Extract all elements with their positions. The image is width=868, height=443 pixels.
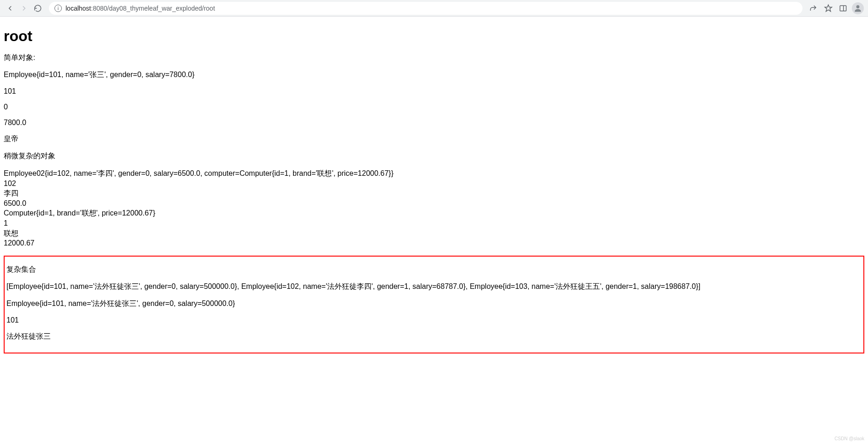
site-info-icon[interactable]: i xyxy=(54,5,62,12)
side-panel-icon[interactable] xyxy=(837,2,850,15)
collection-emp1-name: 法外狂徒张三 xyxy=(6,332,862,341)
toolbar-right xyxy=(807,2,864,15)
collection-highlight-box: 复杂集合 [Employee{id=101, name='法外狂徒张三', ge… xyxy=(4,256,864,353)
profile-avatar[interactable] xyxy=(851,2,864,15)
share-icon[interactable] xyxy=(807,2,820,15)
simple-object-label: 简单对象: xyxy=(4,53,864,63)
svg-rect-0 xyxy=(840,6,846,11)
address-bar[interactable]: i localhost:8080/day08_thymeleaf_war_exp… xyxy=(49,2,802,15)
url-text: localhost:8080/day08_thymeleaf_war_explo… xyxy=(66,5,215,12)
employee2-id: 102 xyxy=(4,179,864,189)
browser-toolbar: i localhost:8080/day08_thymeleaf_war_exp… xyxy=(0,0,868,17)
bookmark-icon[interactable] xyxy=(822,2,835,15)
page-title: root xyxy=(4,28,864,45)
url-path: :8080/day08_thymeleaf_war_exploded/root xyxy=(91,5,215,12)
svg-point-2 xyxy=(856,5,860,8)
emperor-text: 皇帝 xyxy=(4,134,864,144)
employee2-string: Employee02{id=102, name='李四', gender=0, … xyxy=(4,168,864,179)
collection-emp1-id: 101 xyxy=(6,316,862,324)
computer-price: 12000.67 xyxy=(4,238,864,248)
reload-button[interactable] xyxy=(31,2,44,15)
employee2-salary: 6500.0 xyxy=(4,198,864,209)
employee1-salary: 7800.0 xyxy=(4,119,864,127)
forward-button[interactable] xyxy=(18,2,30,15)
complex-object-label: 稍微复杂的对象 xyxy=(4,151,864,161)
employee1-string: Employee{id=101, name='张三', gender=0, sa… xyxy=(4,70,864,80)
computer-brand: 联想 xyxy=(4,228,864,239)
employee2-block: Employee02{id=102, name='李四', gender=0, … xyxy=(4,168,864,248)
computer-id: 1 xyxy=(4,218,864,228)
collection-emp1-string: Employee{id=101, name='法外狂徒张三', gender=0… xyxy=(6,299,862,309)
employee1-id: 101 xyxy=(4,87,864,96)
collection-label: 复杂集合 xyxy=(6,265,862,275)
collection-list: [Employee{id=101, name='法外狂徒张三', gender=… xyxy=(6,282,862,292)
computer-string: Computer{id=1, brand='联想', price=12000.6… xyxy=(4,208,864,218)
back-button[interactable] xyxy=(4,2,17,15)
employee2-name: 李四 xyxy=(4,188,864,198)
employee1-gender: 0 xyxy=(4,103,864,111)
page-content: root 简单对象: Employee{id=101, name='张三', g… xyxy=(0,17,868,357)
url-host: localhost xyxy=(66,5,91,12)
